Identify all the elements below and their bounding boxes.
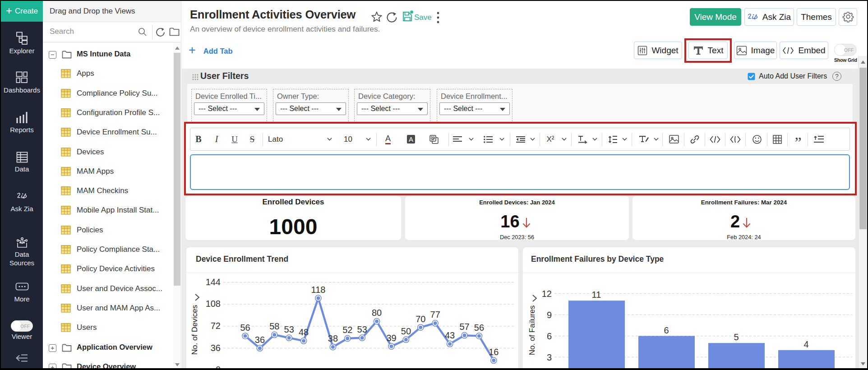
- svg-text:56: 56: [240, 323, 250, 333]
- svg-text:38: 38: [328, 333, 338, 343]
- svg-text:118: 118: [311, 285, 326, 295]
- svg-text:4: 4: [803, 339, 808, 349]
- svg-text:80: 80: [372, 308, 382, 318]
- svg-text:57: 57: [459, 322, 469, 332]
- svg-text:6: 6: [664, 325, 669, 335]
- svg-text:58: 58: [269, 321, 279, 331]
- svg-text:36: 36: [255, 335, 265, 345]
- svg-text:0: 0: [216, 365, 221, 370]
- svg-text:48: 48: [299, 327, 309, 337]
- svg-text:52: 52: [342, 325, 352, 335]
- svg-text:11: 11: [592, 290, 601, 300]
- svg-text:43: 43: [445, 330, 455, 340]
- svg-text:108: 108: [206, 299, 221, 309]
- svg-text:70: 70: [416, 314, 425, 324]
- svg-text:6: 6: [547, 331, 552, 341]
- svg-text:5: 5: [734, 332, 739, 342]
- svg-text:16: 16: [489, 347, 499, 357]
- svg-text:39: 39: [386, 333, 396, 343]
- svg-text:36: 36: [211, 343, 221, 353]
- svg-text:No. of Devices: No. of Devices: [190, 305, 199, 355]
- svg-text:OFF: OFF: [844, 47, 854, 53]
- svg-text:56: 56: [474, 323, 484, 333]
- svg-text:OFF: OFF: [20, 324, 30, 329]
- svg-text:144: 144: [206, 277, 221, 287]
- svg-text:No. of Failures: No. of Failures: [528, 305, 536, 356]
- svg-text:77: 77: [430, 310, 440, 319]
- svg-text:12: 12: [542, 289, 552, 299]
- svg-text:53: 53: [357, 324, 367, 334]
- svg-text:53: 53: [284, 324, 294, 334]
- svg-text:50: 50: [401, 326, 411, 336]
- svg-text:9: 9: [547, 310, 552, 320]
- svg-text:72: 72: [211, 321, 221, 331]
- svg-text:3: 3: [547, 352, 552, 362]
